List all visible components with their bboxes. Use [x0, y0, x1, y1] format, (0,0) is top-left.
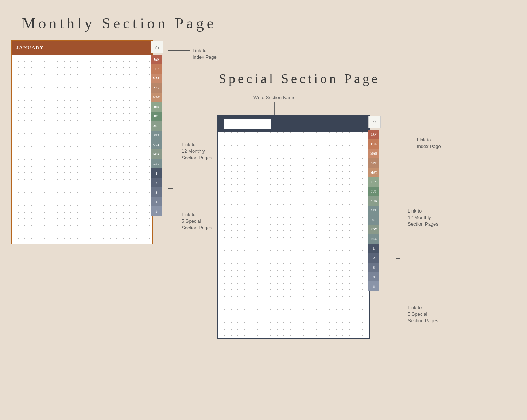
tab-jul-right[interactable]: JUL [368, 187, 379, 196]
tab-nov-right[interactable]: NOV [368, 225, 379, 234]
tab-may-right[interactable]: MAY [368, 168, 379, 177]
tab-sec5-left[interactable]: 5 [151, 206, 162, 216]
tab-feb-right[interactable]: FEB [368, 139, 379, 149]
annotation-index-text-right: Link toIndex Page [417, 137, 441, 150]
tab-sep-left[interactable]: SEP [151, 131, 162, 140]
special-section-page: ⌂ JAN FEB MAR APR MAY JUN JUL AUG SEP OC… [217, 115, 370, 339]
annotation-index-text-left: Link toIndex Page [193, 47, 217, 61]
tab-jul-left[interactable]: JUL [151, 112, 162, 121]
annotation-special-text-right: Link to5 SpecialSection Pages [408, 304, 438, 324]
tab-mar-right[interactable]: MAR [368, 149, 379, 158]
annotation-monthly-text-left: Link to12 MonthlySection Pages [182, 141, 212, 162]
tab-may-left[interactable]: MAY [151, 93, 162, 102]
tab-apr-right[interactable]: APR [368, 158, 379, 168]
dot-grid-right [218, 132, 369, 338]
write-section-text: Write Section Name [253, 95, 295, 100]
tab-sec2-right[interactable]: 2 [368, 253, 379, 262]
special-section-title: Special Section Page [219, 71, 380, 86]
tab-sec1-left[interactable]: 1 [151, 168, 162, 178]
tab-sep-right[interactable]: SEP [368, 206, 379, 215]
tab-apr-left[interactable]: APR [151, 83, 162, 93]
annotation-special-left: Link to5 SpecialSection Pages [168, 199, 212, 246]
tab-dec-right[interactable]: DEC [368, 234, 379, 244]
monthly-section-page: JANUARY ⌂ JAN FEB MAR APR MAY JUN JUL AU… [11, 40, 153, 244]
tab-sec5-right[interactable]: 5 [368, 281, 379, 291]
tab-sec3-left[interactable]: 3 [151, 187, 162, 197]
section-name-field[interactable] [224, 119, 271, 129]
annotation-monthly-right: Link to12 MonthlySection Pages [396, 179, 438, 259]
right-planner: ⌂ JAN FEB MAR APR MAY JUN JUL AUG SEP OC… [217, 115, 370, 339]
home-icon-right: ⌂ [373, 118, 377, 126]
month-header: JANUARY [12, 41, 152, 55]
annotation-index-left: Link toIndex Page [168, 47, 217, 61]
tab-sec2-left[interactable]: 2 [151, 178, 162, 187]
annotation-monthly-left: Link to12 MonthlySection Pages [168, 116, 212, 189]
right-tabs: ⌂ JAN FEB MAR APR MAY JUN JUL AUG SEP OC… [368, 116, 381, 291]
page-title: Monthly Section Page [22, 15, 216, 32]
tab-mar-left[interactable]: MAR [151, 74, 162, 83]
left-tabs: ⌂ JAN FEB MAR APR MAY JUN JUL AUG SEP OC… [151, 41, 163, 216]
annotation-index-right: Link toIndex Page [396, 137, 441, 150]
tab-oct-right[interactable]: OCT [368, 215, 379, 225]
tab-jun-left[interactable]: JUN [151, 102, 162, 112]
tab-jun-right[interactable]: JUN [368, 177, 379, 187]
month-label: JANUARY [16, 45, 44, 51]
tab-dec-left[interactable]: DEC [151, 159, 162, 168]
tab-feb-left[interactable]: FEB [151, 64, 162, 74]
tab-sec1-right[interactable]: 1 [368, 244, 379, 253]
tab-sec4-right[interactable]: 4 [368, 272, 379, 281]
home-icon-left: ⌂ [155, 43, 159, 51]
annotation-special-text-left: Link to5 SpecialSection Pages [182, 211, 212, 232]
tab-sec4-left[interactable]: 4 [151, 197, 162, 206]
home-tab-right[interactable]: ⌂ [368, 116, 381, 128]
tab-aug-right[interactable]: AUG [368, 196, 379, 206]
tab-sec3-right[interactable]: 3 [368, 262, 379, 272]
home-tab-left[interactable]: ⌂ [151, 41, 163, 53]
tab-jan-left[interactable]: JAN [151, 55, 162, 64]
tab-jan-right[interactable]: JAN [368, 130, 379, 139]
dot-grid-left [12, 55, 152, 244]
left-planner: JANUARY ⌂ JAN FEB MAR APR MAY JUN JUL AU… [11, 40, 153, 244]
annotation-special-right: Link to5 SpecialSection Pages [396, 288, 438, 341]
tab-nov-left[interactable]: NOV [151, 149, 162, 159]
tab-oct-left[interactable]: OCT [151, 140, 162, 149]
annotation-monthly-text-right: Link to12 MonthlySection Pages [408, 208, 438, 228]
tab-aug-left[interactable]: AUG [151, 121, 162, 131]
special-page-header [218, 116, 369, 132]
